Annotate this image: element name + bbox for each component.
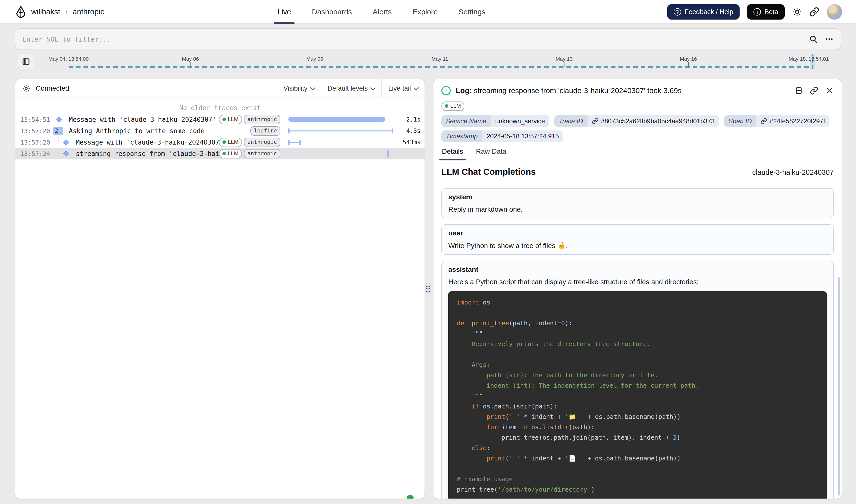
link-icon[interactable] <box>761 118 767 124</box>
trace-gutter <box>51 137 73 148</box>
live-tail-dropdown[interactable]: Live tail <box>382 79 424 97</box>
breadcrumb: willbakst › anthropic <box>15 0 104 24</box>
share-link-icon[interactable] <box>809 7 819 17</box>
trace-title: Asking Anthropic to write some code <box>69 127 232 135</box>
metadata-value: #24fe5822720f297f <box>756 115 829 127</box>
timeline-range-line <box>69 66 814 68</box>
anthropic-tag-pill: anthropic <box>244 149 280 158</box>
trace-time: 13:57:20 <box>20 127 51 135</box>
trace-tags: LLManthropic <box>232 115 280 124</box>
trace-list-panel: Connected Visibility Default levels Live… <box>15 79 425 499</box>
llm-tag-pill: LLM <box>219 115 242 124</box>
trace-duration-bar <box>284 137 396 148</box>
span-detail-panel: i Log: streaming response from 'claude-3… <box>433 79 842 499</box>
metadata-label: Timestamp <box>441 130 482 142</box>
top-header: willbakst › anthropic LiveDashboardsAler… <box>0 0 856 24</box>
logfire-logo-icon[interactable] <box>15 5 27 18</box>
timeline-tick-label: May 09 <box>306 56 323 62</box>
timeline-tick-mark <box>809 62 809 67</box>
anthropic-tag-pill: anthropic <box>244 138 280 147</box>
trace-gutter <box>51 114 66 125</box>
user-avatar[interactable] <box>827 4 842 20</box>
no-older-traces-notice: No older traces exist <box>15 102 424 114</box>
trace-gutter <box>51 148 73 159</box>
feedback-help-button[interactable]: ? Feedback / Help <box>667 4 740 20</box>
trace-duration-label: 2.1s <box>396 116 421 123</box>
trace-row[interactable]: 13:57:20Message with 'claude-3-haiku-202… <box>15 137 424 148</box>
detail-scrollbar-thumb[interactable] <box>838 277 840 496</box>
permalink-icon[interactable] <box>810 86 818 95</box>
duration-bar-solid <box>288 117 385 122</box>
span-metadata: Service Nameunknown_serviceTrace ID#8073… <box>441 115 834 142</box>
breadcrumb-org[interactable]: willbakst <box>31 7 60 16</box>
header-actions: ? Feedback / Help i Beta <box>667 0 842 24</box>
main-nav-tabs: LiveDashboardsAlertsExploreSettings <box>277 0 486 24</box>
trace-gutter: 2− <box>51 125 66 137</box>
panel-resize-handle[interactable] <box>425 283 432 294</box>
assistant-message-card: assistantHere's a Python script that can… <box>441 261 834 499</box>
span-diamond-icon <box>63 150 69 157</box>
metadata-value: unknown_service <box>491 115 549 127</box>
tab-dashboards[interactable]: Dashboards <box>312 0 352 24</box>
trace-list-body: No older traces exist 13:54:51Message wi… <box>15 102 424 499</box>
sql-filter-input[interactable] <box>22 35 809 43</box>
link-icon[interactable] <box>592 118 598 124</box>
info-circle-icon: i <box>753 8 761 16</box>
tab-settings[interactable]: Settings <box>458 0 485 24</box>
search-icon[interactable] <box>809 35 818 43</box>
sidebar-toggle-button[interactable] <box>18 54 34 69</box>
message-text: Reply in markdown one. <box>448 205 827 213</box>
feedback-help-label: Feedback / Help <box>685 8 733 16</box>
span-id-pill: Span ID#24fe5822720f297f <box>724 115 829 127</box>
timeline-tick-mark <box>440 62 440 67</box>
default-levels-dropdown[interactable]: Default levels <box>321 79 381 97</box>
app-window: willbakst › anthropic LiveDashboardsAler… <box>0 0 856 504</box>
beta-button[interactable]: i Beta <box>747 4 785 20</box>
trace-tags: logfire <box>232 126 280 136</box>
detail-tab-details[interactable]: Details <box>441 147 464 160</box>
metadata-value: 2024-05-18 13:57:24.915 <box>482 130 563 142</box>
section-header: LLM Chat Completions claude-3-haiku-2024… <box>441 167 834 177</box>
trace-row[interactable]: 13:54:51Message with 'claude-3-haiku-202… <box>15 114 424 125</box>
trace-tags: LLManthropic <box>232 149 280 158</box>
metadata-label: Trace ID <box>554 115 588 127</box>
more-options-icon[interactable] <box>825 35 834 43</box>
metadata-row: Timestamp2024-05-18 13:57:24.915 <box>441 130 834 142</box>
span-diamond-icon <box>63 139 69 145</box>
gear-icon[interactable] <box>22 85 30 92</box>
sidebar-panel-icon <box>22 57 30 66</box>
dock-panel-icon[interactable] <box>794 86 803 95</box>
collapse-badge[interactable]: 2− <box>53 127 64 135</box>
timeline-tick-mark <box>315 62 315 67</box>
close-icon[interactable] <box>825 86 834 95</box>
timeline-tick-label: May 18, 13:54:01 <box>789 56 829 62</box>
llm-tag-pill: LLM <box>441 102 465 111</box>
trace-duration-label: 4.3s <box>396 127 421 134</box>
timeline-axis[interactable]: May 04, 13:54:00May 06May 09May 11May 13… <box>50 52 841 76</box>
trace-row[interactable]: 13:57:202−Asking Anthropic to write some… <box>15 125 424 137</box>
tab-explore[interactable]: Explore <box>413 0 438 24</box>
trace-row[interactable]: 13:57:24streaming response from 'claude-… <box>15 148 424 159</box>
visibility-dropdown[interactable]: Visibility <box>277 79 321 97</box>
tab-live[interactable]: Live <box>277 0 291 24</box>
trace-duration-bar <box>284 125 396 137</box>
timestamp-pill: Timestamp2024-05-18 13:57:24.915 <box>441 130 563 142</box>
log-info-icon: i <box>441 86 451 95</box>
detail-tab-raw-data[interactable]: Raw Data <box>475 147 507 160</box>
timeline-tick-label: May 13 <box>556 56 573 62</box>
chat-messages: systemReply in markdown one.userWrite Py… <box>441 188 834 499</box>
timeline-tick-label: May 11 <box>432 56 448 62</box>
trace-list-header: Connected Visibility Default levels Live… <box>15 79 424 98</box>
timeline-tick-label: May 16 <box>680 56 697 62</box>
breadcrumb-project[interactable]: anthropic <box>73 7 104 16</box>
theme-toggle-icon[interactable] <box>792 7 802 17</box>
duration-bar-tick <box>387 150 389 157</box>
message-text: Write Python to show a tree of files 🤞. <box>448 241 827 250</box>
trace-list-controls: Visibility Default levels Live tail <box>277 79 424 97</box>
live-indicator-dot <box>407 495 414 499</box>
trace-duration-label: 543ms <box>396 139 421 146</box>
green-dot-icon <box>223 140 226 144</box>
tab-alerts[interactable]: Alerts <box>373 0 392 24</box>
metadata-row: Service Nameunknown_serviceTrace ID#8073… <box>441 115 834 127</box>
timeline-tick-mark <box>688 62 689 67</box>
